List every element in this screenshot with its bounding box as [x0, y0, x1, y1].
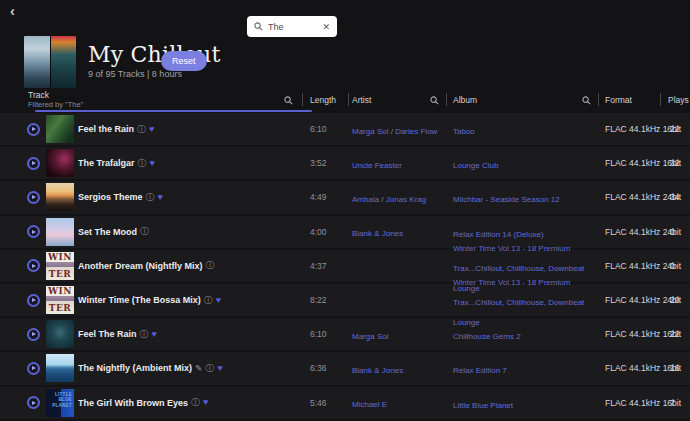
column-artist[interactable]: Artist	[348, 88, 446, 112]
album-link[interactable]: Chillhouse Gems 2	[453, 332, 521, 341]
play-button[interactable]	[27, 225, 40, 238]
info-icon[interactable]: ⓘ	[138, 159, 147, 168]
close-icon[interactable]: ✕	[322, 22, 330, 32]
info-icon[interactable]: ⓘ	[205, 364, 214, 373]
track-artists: Ambala / Jonas Krag	[348, 187, 446, 208]
artist-link[interactable]: Michael E	[352, 400, 387, 409]
album-link[interactable]: Little Blue Planet	[453, 401, 513, 410]
track-plays: 34	[660, 192, 690, 202]
favorite-icon[interactable]: ♥	[217, 364, 222, 373]
track-plays: 16	[660, 363, 690, 373]
search-icon[interactable]	[582, 96, 591, 105]
favorite-icon[interactable]: ♥	[203, 398, 208, 407]
album-art-text: TER	[46, 304, 74, 313]
track-artists: Uncle Feaster	[348, 153, 446, 174]
track-length: 6:10	[302, 329, 348, 339]
favorite-icon[interactable]: ♥	[158, 193, 163, 202]
album-link[interactable]: Milchbar - Seaside Season 12	[453, 195, 560, 204]
play-button[interactable]	[27, 328, 40, 341]
favorite-icon[interactable]: ♥	[149, 125, 154, 134]
track-row[interactable]: The Nightfly (Ambient Mix) ✎ ⓘ ♥ 6:36 Bl…	[0, 352, 690, 384]
playlist-summary: 9 of 95 Tracks | 8 hours	[88, 69, 182, 79]
search-value: The	[268, 22, 317, 32]
album-link[interactable]: Winter Time Vol.13 - 18 Premium Trax...C…	[453, 278, 584, 327]
favorite-icon[interactable]: ♥	[152, 330, 157, 339]
album-art-thumbnail: WINTER	[46, 286, 74, 314]
info-icon[interactable]: ⓘ	[191, 398, 200, 407]
info-icon[interactable]: ⓘ	[204, 296, 213, 305]
info-icon[interactable]: ⓘ	[206, 261, 215, 270]
favorite-icon[interactable]: ♥	[150, 159, 155, 168]
artist-link[interactable]: Marga Sol	[352, 332, 388, 341]
track-row[interactable]: Feel the Rain ⓘ ♥ 6:10 Marga Sol / Darle…	[0, 113, 690, 145]
track-title: Sergios Theme	[78, 192, 143, 202]
play-button[interactable]	[27, 362, 40, 375]
info-icon[interactable]: ⓘ	[146, 193, 155, 202]
reset-button[interactable]: Reset	[161, 51, 207, 71]
track-plays: 22	[660, 329, 690, 339]
track-plays: 22	[660, 124, 690, 134]
info-icon[interactable]: ⓘ	[140, 227, 149, 236]
track-length: 4:49	[302, 192, 348, 202]
track-length: 6:10	[302, 124, 348, 134]
track-title: The Girl With Brown Eyes	[78, 398, 188, 408]
track-row[interactable]: The Trafalgar ⓘ ♥ 3:52 Uncle Feaster Lou…	[0, 147, 690, 179]
play-button[interactable]	[27, 294, 40, 307]
column-album[interactable]: Album	[446, 88, 598, 112]
search-input[interactable]: The ✕	[247, 16, 337, 37]
track-format: FLAC 44.1kHz 24bit	[598, 192, 660, 202]
track-format: FLAC 44.1kHz 24bit	[598, 227, 660, 237]
artist-link[interactable]: Darles Flow	[395, 127, 437, 136]
column-length[interactable]: Length	[302, 88, 348, 112]
artist-link[interactable]: Uncle Feaster	[352, 161, 402, 170]
play-button[interactable]	[27, 396, 40, 409]
track-row[interactable]: Sergios Theme ⓘ ♥ 4:49 Ambala / Jonas Kr…	[0, 181, 690, 213]
track-length: 6:36	[302, 363, 348, 373]
info-icon[interactable]: ⓘ	[137, 125, 146, 134]
filter-status: Filtered by "The"	[28, 101, 83, 110]
play-button[interactable]	[27, 123, 40, 136]
album-art-thumbnail	[46, 183, 74, 211]
edited-icon: ✎	[195, 363, 202, 373]
play-button[interactable]	[27, 191, 40, 204]
album-art-text: WIN	[46, 253, 74, 262]
artist-link[interactable]: Blank & Jones	[352, 366, 403, 375]
track-plays: 32	[660, 158, 690, 168]
album-link[interactable]: Relax Edition 7	[453, 366, 507, 375]
info-icon[interactable]: ⓘ	[140, 330, 149, 339]
track-artists: Blank & Jones	[348, 358, 446, 379]
artist-link[interactable]: Blank & Jones	[352, 229, 403, 238]
search-icon[interactable]	[430, 96, 439, 105]
track-length: 4:00	[302, 227, 348, 237]
play-button[interactable]	[27, 259, 40, 272]
search-icon[interactable]	[284, 96, 293, 105]
album-art-thumbnail	[46, 218, 74, 246]
album-art-thumbnail	[46, 115, 74, 143]
column-plays[interactable]: Plays	[660, 88, 690, 112]
column-track[interactable]: Track Filtered by "The"	[20, 88, 302, 112]
track-title: Another Dream (Nightfly Mix)	[78, 261, 203, 271]
album-art-text: TER	[46, 270, 74, 279]
album-link[interactable]: Lounge Club	[453, 161, 498, 170]
table-header: Track Filtered by "The" Length Artist Al…	[0, 88, 690, 112]
album-link[interactable]: Taboo	[453, 127, 475, 136]
search-icon	[254, 22, 263, 31]
track-title: The Trafalgar	[78, 158, 135, 168]
track-row[interactable]: LITTLEBLUEPLANET The Girl With Brown Eye…	[0, 387, 690, 419]
track-row[interactable]: WINTER Winter Time (The Bossa Mix) ⓘ ♥ 8…	[0, 284, 690, 316]
track-format: FLAC 44.1kHz 16bit	[598, 124, 660, 134]
track-title: Feel the Rain	[78, 124, 134, 134]
track-title: The Nightfly (Ambient Mix)	[78, 363, 192, 373]
play-button[interactable]	[27, 157, 40, 170]
track-plays: 0	[660, 227, 690, 237]
track-artists: Marga Sol / Darles Flow	[348, 119, 446, 140]
favorite-icon[interactable]: ♥	[216, 296, 221, 305]
artist-link[interactable]: Ambala	[352, 195, 379, 204]
track-length: 4:37	[302, 261, 348, 271]
artist-link[interactable]: Marga Sol	[352, 127, 388, 136]
artist-link[interactable]: Jonas Krag	[386, 195, 426, 204]
track-title: Winter Time (The Bossa Mix)	[78, 295, 201, 305]
album-art-thumbnail	[46, 149, 74, 177]
back-icon[interactable]: ‹	[10, 2, 15, 19]
column-format[interactable]: Format	[598, 88, 660, 112]
